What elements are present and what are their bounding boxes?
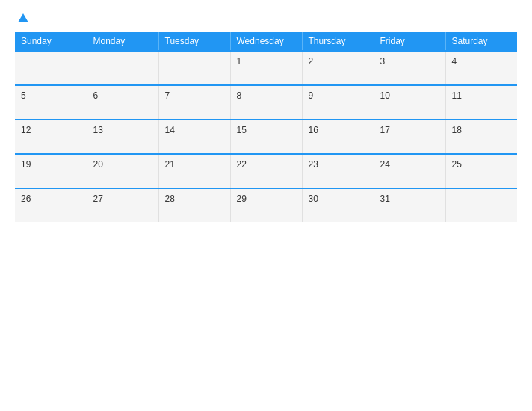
calendar-cell: 2 (302, 51, 374, 85)
calendar-cell: 25 (445, 154, 517, 188)
calendar-cell: 8 (230, 85, 302, 120)
weekday-header-friday: Friday (374, 32, 445, 51)
weekday-header-thursday: Thursday (302, 32, 374, 51)
week-row-1: 1234 (15, 51, 517, 85)
calendar-table: SundayMondayTuesdayWednesdayThursdayFrid… (15, 32, 517, 222)
weekday-header-sunday: Sunday (15, 32, 87, 51)
calendar-cell (445, 188, 517, 222)
weekday-header-wednesday: Wednesday (230, 32, 302, 51)
logo (15, 13, 28, 23)
calendar-cell: 4 (445, 51, 517, 85)
calendar-cell: 17 (374, 120, 445, 154)
week-row-3: 12131415161718 (15, 120, 517, 154)
calendar-cell: 16 (302, 120, 374, 154)
logo-blue-row (15, 13, 28, 23)
calendar-cell: 27 (87, 188, 158, 222)
calendar-cell: 22 (230, 154, 302, 188)
calendar-cell (87, 51, 158, 85)
calendar-cell: 29 (230, 188, 302, 222)
logo-triangle-icon (18, 13, 28, 22)
weekday-header-tuesday: Tuesday (158, 32, 230, 51)
calendar-cell: 30 (302, 188, 374, 222)
calendar-cell: 31 (374, 188, 445, 222)
calendar-cell: 9 (302, 85, 374, 120)
calendar-cell: 7 (158, 85, 230, 120)
calendar-cell: 10 (374, 85, 445, 120)
calendar-cell: 3 (374, 51, 445, 85)
calendar-cell: 24 (374, 154, 445, 188)
calendar-cell: 20 (87, 154, 158, 188)
calendar-cell (158, 51, 230, 85)
calendar-cell: 12 (15, 120, 87, 154)
calendar-cell: 11 (445, 85, 517, 120)
calendar-cell: 26 (15, 188, 87, 222)
calendar-cell: 6 (87, 85, 158, 120)
calendar-cell: 21 (158, 154, 230, 188)
calendar-cell: 28 (158, 188, 230, 222)
week-row-5: 262728293031 (15, 188, 517, 222)
calendar-cell: 18 (445, 120, 517, 154)
week-row-4: 19202122232425 (15, 154, 517, 188)
calendar-cell: 13 (87, 120, 158, 154)
page: SundayMondayTuesdayWednesdayThursdayFrid… (0, 0, 532, 411)
calendar-cell: 1 (230, 51, 302, 85)
weekday-header-saturday: Saturday (445, 32, 517, 51)
weekday-header-row: SundayMondayTuesdayWednesdayThursdayFrid… (15, 32, 517, 51)
calendar-cell: 5 (15, 85, 87, 120)
calendar-cell: 15 (230, 120, 302, 154)
weekday-header-monday: Monday (87, 32, 158, 51)
week-row-2: 567891011 (15, 85, 517, 120)
calendar-cell: 23 (302, 154, 374, 188)
header (15, 13, 517, 23)
calendar-cell (15, 51, 87, 85)
calendar-cell: 19 (15, 154, 87, 188)
calendar-cell: 14 (158, 120, 230, 154)
